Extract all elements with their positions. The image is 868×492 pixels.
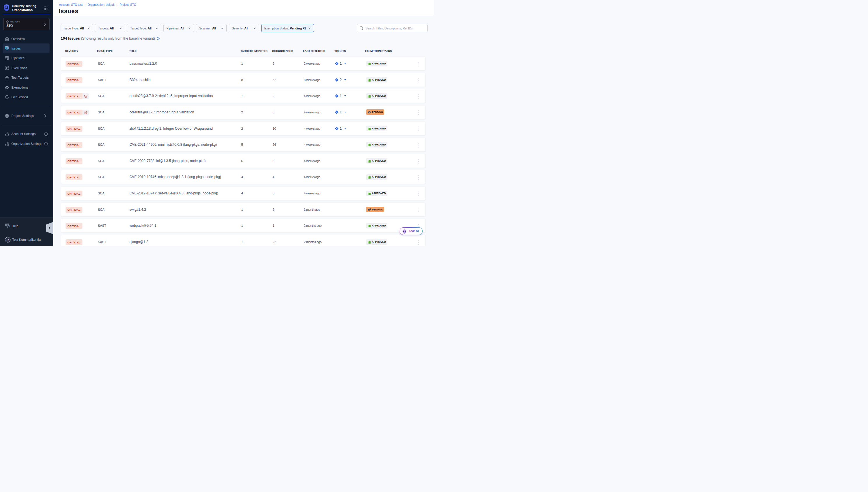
svg-text:?: ? (7, 224, 8, 226)
